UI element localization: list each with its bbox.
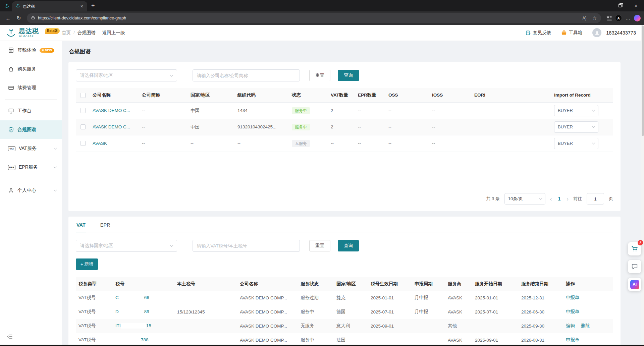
search-button[interactable]: 查询 <box>338 70 359 81</box>
toolbox-button[interactable]: 工具箱 <box>561 30 583 36</box>
tax-search-button[interactable]: 查询 <box>338 240 359 251</box>
browser-tab[interactable]: 思达税 × <box>12 1 87 11</box>
tax-country-select[interactable]: 请选择国家/地区 <box>76 240 177 252</box>
import-of-record-select[interactable]: BUYER <box>554 138 598 149</box>
country-select[interactable]: 请选择国家/地区 <box>76 69 177 81</box>
edit-link[interactable]: 编辑 <box>566 323 575 328</box>
row-checkbox[interactable] <box>80 124 86 129</box>
sidebar-collapse-button[interactable] <box>7 334 13 341</box>
tax-number-link[interactable]: 788 <box>115 337 149 342</box>
filing-form-link[interactable]: 申报单 <box>566 295 580 300</box>
site-info-icon[interactable] <box>31 15 35 21</box>
url-text[interactable]: https://client-dev.cidatax.com/complianc… <box>38 16 126 20</box>
back-icon[interactable]: ← <box>3 13 13 23</box>
window-close-button[interactable]: × <box>628 0 644 11</box>
window-restore-button[interactable] <box>612 0 628 11</box>
chevron-down-icon <box>170 243 173 247</box>
copilot-icon[interactable] <box>634 15 641 21</box>
account-menu[interactable]: 18324433773 <box>592 28 636 37</box>
sidebar-item-renewal[interactable]: 续费管理 <box>0 78 62 97</box>
settings-ellipsis-icon[interactable]: … <box>623 13 633 23</box>
tab-close-icon[interactable]: × <box>79 4 85 9</box>
tax-number-link[interactable]: ITI15 <box>115 323 151 328</box>
sidebar-item-label: 续费管理 <box>17 85 36 91</box>
sidebar-item-tax-trial[interactable]: 算税体验 ♛NEW <box>0 41 62 60</box>
import-of-record-select[interactable]: BUYER <box>554 105 598 116</box>
avatar <box>592 28 601 37</box>
ai-icon: Ai <box>630 280 639 289</box>
page-scrollbar[interactable] <box>641 25 644 345</box>
taskbar-edge <box>0 345 644 346</box>
ai-assistant-button[interactable]: Ai <box>628 278 641 291</box>
next-page-button[interactable]: › <box>567 196 569 202</box>
filing-form-link[interactable]: 申报单 <box>566 309 580 314</box>
page-number-current[interactable]: 1 <box>557 196 562 201</box>
col-company-name: 公司名称 <box>237 277 298 291</box>
sidebar-item-workbench[interactable]: 工作台 <box>0 102 62 120</box>
sidebar-item-purchase[interactable]: 购买服务 <box>0 60 62 78</box>
tab-epr[interactable]: EPR <box>100 217 111 232</box>
read-aloud-icon[interactable]: A) <box>581 16 588 20</box>
prev-page-button[interactable]: ‹ <box>550 196 552 202</box>
breadcrumb: 首页 / 合规图谱 返回上一级 <box>62 30 125 36</box>
chevron-down-icon <box>592 141 595 145</box>
app-logo[interactable]: 思达税 CiDATax Beta版 <box>6 28 57 38</box>
tab-title: 思达税 <box>23 4 79 9</box>
table-row: AVASK -- -- -- 无服务 -- -- -- -- BUYER <box>76 135 613 152</box>
tax-number-search-input[interactable] <box>193 240 300 252</box>
table-row: AVASK DEMO C... -- 中国 1434 服务中 2 -- -- -… <box>76 102 613 119</box>
tax-reset-button[interactable]: 重置 <box>309 240 330 251</box>
tax-number-link[interactable]: C66 <box>115 295 149 300</box>
col-effective-date: 税号生效日期 <box>368 277 412 291</box>
chevron-down-icon <box>592 108 595 112</box>
page-size-select[interactable]: 10条/页 <box>504 193 545 205</box>
breadcrumb-back-link[interactable]: 返回上一级 <box>102 30 125 36</box>
redaction-mask <box>115 337 141 343</box>
reset-button[interactable]: 重置 <box>309 70 330 81</box>
cart-button[interactable]: 8 <box>628 242 641 255</box>
import-of-record-select[interactable]: BUYER <box>554 121 598 133</box>
add-tax-button[interactable]: + 新增 <box>76 258 98 270</box>
table-header-row: 公司名称 公司简称 国家/地区 组织代码 状态 VAT数量 EPR数量 OSS … <box>76 88 613 102</box>
page-unit-label: 页 <box>609 196 613 202</box>
app-header: 思达税 CiDATax Beta版 首页 / 合规图谱 返回上一级 意见反馈 工… <box>0 25 644 41</box>
support-chat-button[interactable] <box>628 260 641 273</box>
feedback-button[interactable]: 意见反馈 <box>526 30 551 36</box>
sidebar-item-vat-service[interactable]: VAT VAT服务 <box>0 139 62 158</box>
chevron-down-icon <box>54 188 57 191</box>
col-tax-type: 税务类型 <box>76 277 113 291</box>
row-checkbox[interactable] <box>80 108 86 113</box>
logo-title: 思达税 <box>19 28 39 35</box>
delete-link[interactable]: 删除 <box>581 323 590 328</box>
sidebar-item-compliance-graph[interactable]: 合规图谱 <box>0 120 62 139</box>
collections-icon[interactable] <box>604 13 614 23</box>
refresh-icon[interactable]: ↻ <box>14 13 23 23</box>
company-name-link[interactable]: AVASK <box>93 141 107 146</box>
breadcrumb-current: 合规图谱 <box>77 30 96 36</box>
chevron-down-icon <box>54 146 57 150</box>
company-search-input[interactable] <box>193 69 300 81</box>
extension-icon[interactable]: A <box>615 15 622 21</box>
tax-number-link[interactable]: D89 <box>115 309 149 314</box>
toolbox-icon <box>561 30 567 36</box>
company-name-link[interactable]: AVASK DEMO C... <box>93 108 130 113</box>
select-all-checkbox[interactable] <box>80 93 86 98</box>
table-header-row: 税务类型 税号 本土税号 公司名称 服务状态 国家/地区 税号生效日期 申报周期… <box>76 277 613 291</box>
sidebar-item-personal-center[interactable]: 个人中心 <box>0 181 62 200</box>
breadcrumb-home[interactable]: 首页 <box>62 30 71 36</box>
favorite-star-icon[interactable]: ☆ <box>591 15 598 21</box>
tab-vat[interactable]: VAT <box>76 217 86 232</box>
new-tab-button[interactable]: + <box>91 3 95 9</box>
window-minimize-button[interactable] <box>596 0 612 11</box>
sidebar-item-label: EPR服务 <box>19 164 38 170</box>
goto-page-input[interactable] <box>587 193 604 205</box>
scrollbar-thumb[interactable] <box>642 25 644 136</box>
address-bar[interactable]: https://client-dev.cidatax.com/complianc… <box>27 13 601 23</box>
plus-icon: + <box>80 262 83 267</box>
sidebar-item-epr-service[interactable]: EPR EPR服务 <box>0 158 62 177</box>
company-name-link[interactable]: AVASK DEMO C... <box>93 124 130 129</box>
row-checkbox[interactable] <box>80 141 86 146</box>
col-short-name: 公司简称 <box>139 88 188 102</box>
status-badge: 服务中 <box>292 107 310 114</box>
filing-form-link[interactable]: 申报单 <box>566 337 580 342</box>
